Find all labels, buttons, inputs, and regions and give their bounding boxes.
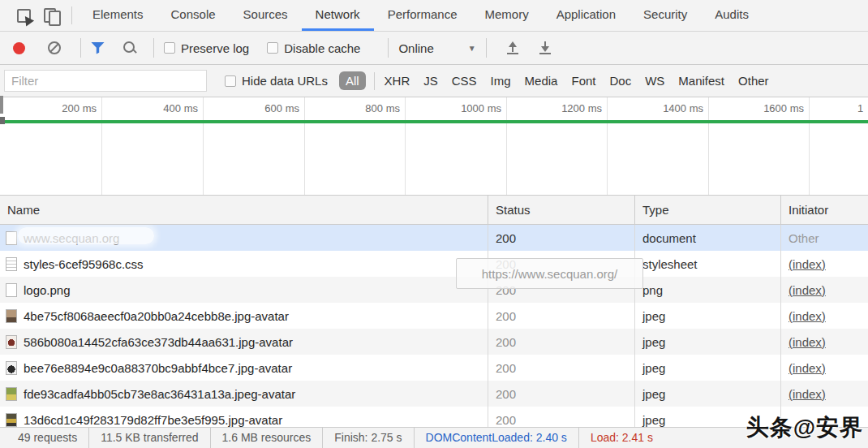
column-header-type[interactable]: Type [635, 196, 781, 224]
request-initiator: Other [781, 225, 868, 251]
column-header-status[interactable]: Status [488, 196, 635, 224]
gridline [405, 97, 406, 195]
network-toolbar: Preserve log Disable cache Online ▼ [0, 32, 868, 65]
filter-input[interactable] [4, 70, 207, 92]
filter-type-ws[interactable]: WS [645, 74, 664, 88]
table-row[interactable]: 586b080a14452cfa63ce373db44aa631.jpg-ava… [0, 329, 868, 355]
tab-network[interactable]: Network [302, 0, 374, 31]
filter-type-font[interactable]: Font [571, 74, 595, 88]
divider [80, 38, 81, 58]
table-row[interactable]: 4be75cf8068aeecf0a20bb0a24cebb8e.jpg-ava… [0, 303, 868, 329]
filter-type-media[interactable]: Media [525, 74, 558, 88]
initiator-link[interactable]: (index) [789, 387, 826, 401]
request-type: png [635, 277, 781, 303]
throttling-select[interactable]: Online ▼ [398, 41, 475, 55]
filter-type-other[interactable]: Other [738, 74, 769, 88]
tab-memory[interactable]: Memory [471, 0, 543, 31]
preserve-log-checkbox[interactable] [164, 42, 175, 54]
timeline-tick: 400 ms [117, 97, 198, 120]
summary-finish: Finish: 2.75 s [322, 428, 413, 448]
filter-type-img[interactable]: Img [491, 74, 511, 88]
filter-type-doc[interactable]: Doc [609, 74, 631, 88]
divider [153, 38, 154, 58]
filter-type-manifest[interactable]: Manifest [678, 74, 724, 88]
request-type: jpeg [635, 381, 781, 407]
export-har-icon[interactable] [538, 41, 552, 55]
timeline-tick: 1000 ms [420, 97, 501, 120]
devtools-tabbar: Elements Console Sources Network Perform… [0, 0, 868, 32]
divider [71, 6, 72, 24]
filter-type-all[interactable]: All [339, 71, 366, 90]
preserve-log-label: Preserve log [181, 41, 249, 55]
initiator-link[interactable]: (index) [789, 257, 826, 271]
column-header-initiator[interactable]: Initiator [781, 196, 868, 224]
requests-table-header: Name Status Type Initiator [0, 195, 868, 225]
table-row[interactable]: www.secquan.org 200 document Other [0, 225, 868, 251]
request-status: 200 [488, 329, 635, 355]
filter-type-xhr[interactable]: XHR [385, 74, 410, 88]
gridline [101, 97, 102, 195]
tab-audits[interactable]: Audits [701, 0, 763, 31]
summary-resources: 1.6 MB resources [210, 428, 323, 448]
tab-console[interactable]: Console [157, 0, 230, 31]
timeline-tick: 800 ms [319, 97, 400, 120]
network-filterbar: Hide data URLs All XHR JS CSS Img Media … [0, 65, 868, 97]
initiator-link[interactable]: (index) [789, 361, 826, 375]
timeline-tick: 1600 ms [723, 97, 804, 120]
image-thumbnail-icon [6, 413, 17, 427]
tab-security[interactable]: Security [630, 0, 701, 31]
disable-cache-label: Disable cache [284, 41, 360, 55]
filter-type-css[interactable]: CSS [452, 74, 477, 88]
request-name: 4be75cf8068aeecf0a20bb0a24cebb8e.jpg-ava… [24, 309, 289, 323]
table-row[interactable]: logo.png 200 png (index) [0, 277, 868, 303]
table-row[interactable]: bee76e8894e9c0a88370bc9abbf4bce7.jpg-ava… [0, 355, 868, 381]
gridline [607, 97, 608, 195]
tab-application[interactable]: Application [543, 0, 630, 31]
request-type: document [635, 225, 781, 251]
image-thumbnail-icon [6, 309, 17, 323]
initiator-link[interactable]: (index) [789, 335, 826, 349]
watermark-text: 头条@安界 [746, 412, 863, 443]
table-row[interactable]: fde93cadfa4bb05cb73e8ac36431a13a.jpeg-av… [0, 381, 868, 407]
summary-requests: 49 requests [6, 428, 88, 448]
overview-load-line [0, 120, 868, 123]
hide-data-urls-checkbox[interactable] [225, 75, 236, 87]
toggle-device-toolbar-button[interactable] [39, 3, 63, 28]
tab-performance[interactable]: Performance [374, 0, 471, 31]
clear-button[interactable] [48, 41, 61, 54]
request-type: jpeg [635, 329, 781, 355]
filter-icon[interactable] [91, 42, 105, 54]
divider [388, 38, 389, 58]
summary-transferred: 11.5 KB transferred [88, 428, 209, 448]
timeline-tick: 200 ms [15, 97, 97, 120]
stylesheet-icon [6, 257, 17, 271]
timeline-tick: 1400 ms [622, 97, 703, 120]
tab-sources[interactable]: Sources [230, 0, 302, 31]
gridline [708, 97, 709, 195]
timeline-tick: 600 ms [218, 97, 299, 120]
summary-dom-content-loaded: DOMContentLoaded: 2.40 s [414, 428, 578, 448]
network-overview[interactable]: 200 ms 400 ms 600 ms 800 ms 1000 ms 1200… [0, 97, 868, 195]
device-toolbar-icon [44, 8, 58, 23]
request-name: 13d6cd1c49f283179d82ff7be3e5f995.jpg-ava… [24, 413, 282, 427]
inspect-element-button[interactable] [11, 3, 36, 28]
initiator-link[interactable]: (index) [789, 309, 826, 323]
search-icon[interactable] [122, 41, 137, 55]
record-button[interactable] [13, 42, 25, 54]
image-thumbnail-icon [6, 283, 17, 297]
initiator-link[interactable]: (index) [789, 283, 826, 297]
filter-type-js[interactable]: JS [423, 74, 438, 88]
disable-cache-checkbox[interactable] [267, 42, 278, 54]
blur-overlay [18, 227, 154, 244]
divider [374, 72, 375, 90]
column-header-name[interactable]: Name [0, 196, 488, 224]
import-har-icon[interactable] [505, 41, 520, 55]
table-row[interactable]: styles-6cef95968c.css 200 stylesheet (in… [0, 251, 868, 277]
chevron-down-icon: ▼ [468, 44, 476, 53]
request-status: 200 [488, 355, 635, 381]
timeline-tick: 1200 ms [521, 97, 602, 120]
request-name: styles-6cef95968c.css [24, 257, 144, 271]
inspect-cursor-icon [17, 9, 31, 23]
summary-load: Load: 2.41 s [578, 428, 664, 448]
tab-elements[interactable]: Elements [79, 0, 157, 31]
